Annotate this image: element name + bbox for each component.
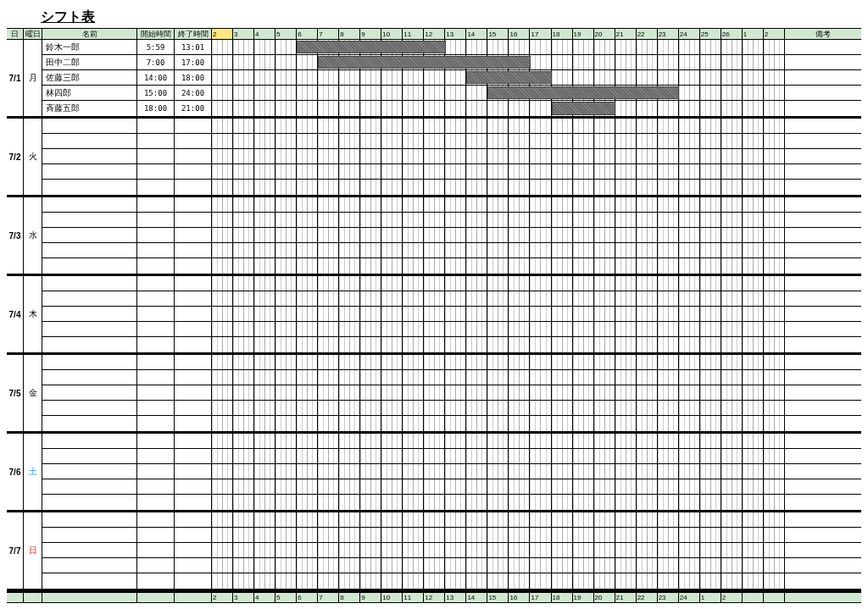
start-time-cell[interactable] — [137, 495, 175, 510]
remark-cell[interactable] — [785, 401, 861, 415]
name-cell[interactable] — [42, 495, 137, 510]
remark-cell[interactable] — [785, 558, 861, 573]
shift-row[interactable] — [42, 149, 861, 164]
start-time-cell[interactable] — [137, 558, 175, 573]
shift-row[interactable] — [42, 243, 861, 258]
start-time-cell[interactable] — [137, 512, 175, 527]
name-cell[interactable]: 田中二郎 — [42, 55, 137, 69]
name-cell[interactable] — [42, 119, 137, 133]
name-cell[interactable] — [42, 197, 137, 212]
remark-cell[interactable] — [785, 243, 861, 257]
start-time-cell[interactable] — [137, 134, 175, 148]
name-cell[interactable] — [42, 276, 137, 291]
end-time-cell[interactable]: 13:01 — [175, 40, 212, 54]
start-time-cell[interactable] — [137, 164, 175, 179]
remark-cell[interactable] — [785, 370, 861, 385]
start-time-cell[interactable] — [137, 243, 175, 257]
end-time-cell[interactable] — [175, 134, 212, 148]
end-time-cell[interactable] — [175, 434, 212, 448]
start-time-cell[interactable] — [137, 322, 175, 336]
shift-row[interactable] — [42, 543, 861, 558]
shift-row[interactable] — [42, 322, 861, 337]
name-cell[interactable] — [42, 528, 137, 542]
shift-row[interactable]: 佐藤三郎14:0018:00 — [42, 70, 861, 86]
start-time-cell[interactable] — [137, 370, 175, 385]
shift-row[interactable] — [42, 213, 861, 228]
name-cell[interactable] — [42, 180, 137, 195]
shift-row[interactable] — [42, 495, 861, 510]
shift-row[interactable] — [42, 228, 861, 243]
start-time-cell[interactable] — [137, 464, 175, 479]
end-time-cell[interactable] — [175, 119, 212, 133]
end-time-cell[interactable]: 21:00 — [175, 101, 212, 116]
remark-cell[interactable] — [785, 258, 861, 274]
start-time-cell[interactable] — [137, 149, 175, 163]
shift-row[interactable] — [42, 385, 861, 401]
end-time-cell[interactable] — [175, 464, 212, 479]
name-cell[interactable] — [42, 243, 137, 257]
name-cell[interactable] — [42, 307, 137, 321]
remark-cell[interactable] — [785, 164, 861, 179]
end-time-cell[interactable] — [175, 276, 212, 291]
name-cell[interactable] — [42, 401, 137, 415]
end-time-cell[interactable]: 17:00 — [175, 55, 212, 69]
shift-row[interactable] — [42, 307, 861, 322]
end-time-cell[interactable] — [175, 180, 212, 195]
remark-cell[interactable] — [785, 149, 861, 163]
name-cell[interactable] — [42, 434, 137, 448]
end-time-cell[interactable] — [175, 164, 212, 179]
shift-row[interactable] — [42, 276, 861, 291]
name-cell[interactable] — [42, 291, 137, 306]
name-cell[interactable] — [42, 134, 137, 148]
remark-cell[interactable] — [785, 355, 861, 369]
shift-row[interactable]: 斉藤五郎18:0021:00 — [42, 101, 861, 116]
end-time-cell[interactable] — [175, 197, 212, 212]
end-time-cell[interactable] — [175, 213, 212, 227]
end-time-cell[interactable]: 24:00 — [175, 86, 212, 100]
shift-row[interactable] — [42, 258, 861, 274]
shift-row[interactable] — [42, 434, 861, 449]
name-cell[interactable] — [42, 479, 137, 494]
name-cell[interactable] — [42, 149, 137, 163]
name-cell[interactable]: 林四郎 — [42, 86, 137, 100]
end-time-cell[interactable] — [175, 558, 212, 573]
start-time-cell[interactable]: 15:00 — [137, 86, 175, 100]
start-time-cell[interactable] — [137, 337, 175, 352]
name-cell[interactable] — [42, 385, 137, 400]
name-cell[interactable] — [42, 164, 137, 179]
end-time-cell[interactable] — [175, 243, 212, 257]
remark-cell[interactable] — [785, 197, 861, 212]
shift-row[interactable]: 鈴木一郎5:5913:01 — [42, 40, 861, 55]
start-time-cell[interactable] — [137, 401, 175, 415]
remark-cell[interactable] — [785, 322, 861, 336]
end-time-cell[interactable] — [175, 385, 212, 400]
remark-cell[interactable] — [785, 434, 861, 448]
start-time-cell[interactable] — [137, 228, 175, 242]
shift-row[interactable] — [42, 401, 861, 416]
shift-row[interactable] — [42, 558, 861, 573]
start-time-cell[interactable] — [137, 528, 175, 542]
end-time-cell[interactable] — [175, 449, 212, 463]
remark-cell[interactable] — [785, 119, 861, 133]
shift-row[interactable]: 林四郎15:0024:00 — [42, 86, 861, 101]
remark-cell[interactable] — [785, 291, 861, 306]
start-time-cell[interactable] — [137, 479, 175, 494]
start-time-cell[interactable] — [137, 276, 175, 291]
remark-cell[interactable] — [785, 86, 861, 100]
name-cell[interactable] — [42, 322, 137, 336]
start-time-cell[interactable]: 5:59 — [137, 40, 175, 54]
end-time-cell[interactable]: 18:00 — [175, 70, 212, 85]
remark-cell[interactable] — [785, 464, 861, 479]
start-time-cell[interactable] — [137, 434, 175, 448]
shift-row[interactable] — [42, 337, 861, 352]
remark-cell[interactable] — [785, 385, 861, 400]
name-cell[interactable] — [42, 370, 137, 385]
end-time-cell[interactable] — [175, 307, 212, 321]
remark-cell[interactable] — [785, 337, 861, 352]
end-time-cell[interactable] — [175, 543, 212, 557]
shift-row[interactable] — [42, 370, 861, 385]
name-cell[interactable] — [42, 416, 137, 431]
end-time-cell[interactable] — [175, 355, 212, 369]
remark-cell[interactable] — [785, 40, 861, 54]
name-cell[interactable]: 斉藤五郎 — [42, 101, 137, 116]
